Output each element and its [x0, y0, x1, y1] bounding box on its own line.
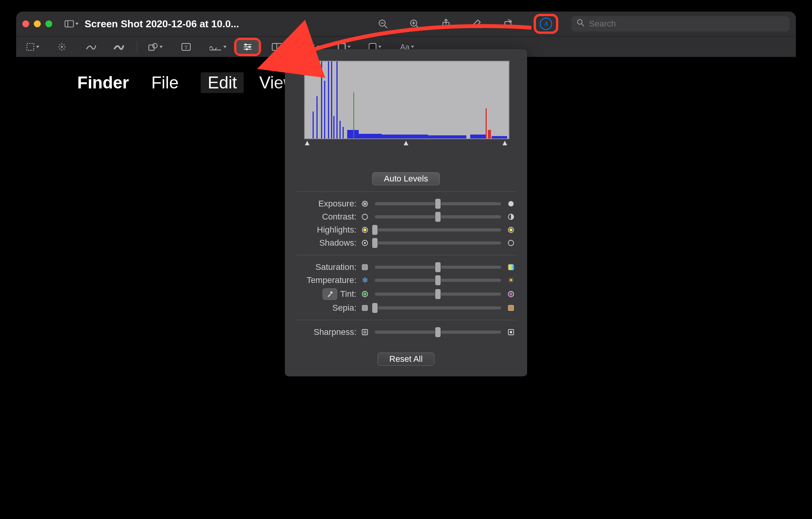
snowflake-icon: ✼ [360, 276, 369, 285]
exposure-label: Exposure: [285, 199, 356, 209]
svg-line-22 [59, 48, 60, 50]
titlebar: Screen Shot 2020-12-06 at 10.0... [16, 12, 796, 37]
adjust-color-tool-highlight [234, 38, 261, 56]
panel-separator [296, 255, 516, 255]
svg-marker-45 [503, 141, 507, 145]
svg-point-26 [153, 43, 157, 48]
contrast-slider[interactable] [375, 215, 501, 218]
histogram [304, 61, 509, 139]
menu-file: File [151, 73, 178, 92]
histogram-handles [304, 140, 508, 146]
svg-line-14 [582, 24, 584, 26]
svg-line-21 [63, 48, 65, 50]
highlights-row: Highlights: [285, 223, 527, 236]
instant-alpha-tool[interactable] [51, 40, 73, 54]
adjust-color-tool[interactable] [236, 40, 259, 54]
sharpness-slider[interactable] [375, 331, 501, 334]
reset-all-button[interactable]: Reset All [378, 353, 435, 366]
signature-tool[interactable] [206, 40, 230, 54]
panel-separator [296, 191, 516, 192]
gray-swatch-icon [360, 263, 369, 272]
zoom-in-button[interactable] [408, 18, 421, 30]
green-dot-icon [360, 289, 369, 299]
sidebar-toggle-button[interactable] [65, 18, 78, 30]
search-field[interactable] [571, 16, 790, 32]
svg-point-24 [61, 46, 63, 48]
tint-slider[interactable] [375, 293, 501, 296]
markup-button-highlight [534, 14, 558, 34]
rotate-button[interactable] [502, 18, 516, 30]
saturation-label: Saturation: [285, 262, 356, 272]
sharpness-row: Sharpness: [285, 326, 527, 339]
yellow-dot-icon [506, 225, 516, 235]
highlighter-button[interactable] [471, 18, 484, 30]
svg-rect-0 [65, 21, 73, 27]
svg-point-63 [330, 291, 333, 294]
svg-line-3 [384, 25, 387, 28]
magenta-dot-icon [506, 289, 516, 299]
half-circle-icon [506, 212, 516, 221]
temperature-row: Temperature: ✼ ☀ [285, 274, 527, 287]
search-icon [577, 19, 584, 29]
sun-icon: ☀ [506, 276, 516, 285]
svg-point-67 [509, 293, 512, 296]
search-input[interactable] [588, 18, 784, 29]
svg-point-55 [363, 228, 366, 231]
histogram-handle-white[interactable] [502, 140, 508, 146]
histogram-section [285, 49, 527, 149]
titlebar-actions [376, 14, 558, 34]
menu-edit: Edit [201, 72, 244, 93]
exposure-slider[interactable] [375, 202, 501, 205]
menubar-app: Finder [77, 73, 129, 92]
sepia-slider[interactable] [375, 306, 501, 309]
exposure-row: Exposure: [285, 197, 527, 210]
highlights-label: Highlights: [285, 225, 356, 235]
temperature-slider[interactable] [375, 279, 501, 282]
gray-swatch-icon [360, 303, 369, 313]
aperture-open-icon [360, 199, 369, 208]
svg-point-65 [363, 293, 366, 296]
markup-toggle-button[interactable] [540, 18, 552, 30]
svg-text:T: T [185, 44, 188, 50]
selection-tool[interactable] [22, 40, 44, 54]
tint-label-wrap: Tint: [285, 288, 356, 300]
target-dot-icon [360, 238, 369, 248]
saturation-slider[interactable] [375, 266, 501, 269]
auto-levels-button[interactable]: Auto Levels [372, 172, 440, 185]
close-window-button[interactable] [22, 20, 29, 27]
tint-label: Tint: [340, 289, 356, 299]
svg-line-23 [63, 44, 65, 45]
svg-point-35 [246, 48, 248, 50]
highlights-slider[interactable] [375, 228, 501, 231]
sharp-square-icon [506, 328, 516, 337]
zoom-out-button[interactable] [376, 18, 390, 30]
shadows-slider[interactable] [375, 241, 501, 245]
svg-point-51 [508, 201, 514, 206]
text-tool[interactable]: T [175, 40, 197, 54]
sepia-row: Sepia: [285, 301, 527, 314]
histogram-handle-black[interactable] [304, 140, 310, 146]
circle-outline-icon [506, 238, 516, 248]
svg-point-59 [364, 242, 366, 244]
histogram-handle-mid[interactable] [403, 140, 409, 146]
close-panel-button[interactable]: ✕ [283, 48, 293, 58]
preview-window: Screen Shot 2020-12-06 at 10.0... [16, 12, 796, 507]
svg-rect-73 [510, 331, 512, 333]
svg-rect-61 [362, 264, 368, 270]
temperature-label: Temperature: [285, 275, 356, 285]
share-button[interactable] [439, 18, 453, 30]
svg-rect-15 [27, 43, 34, 50]
svg-point-52 [362, 214, 368, 220]
svg-rect-62 [508, 264, 514, 270]
window-title: Screen Shot 2020-12-06 at 10.0... [85, 18, 239, 30]
minimize-window-button[interactable] [34, 20, 41, 27]
yellow-dot-icon [360, 225, 369, 235]
eyedropper-button[interactable] [323, 288, 337, 300]
sketch-tool[interactable] [80, 40, 102, 54]
toolbar-separator [137, 41, 137, 53]
circle-outline-icon [360, 212, 369, 221]
draw-tool[interactable] [108, 40, 130, 54]
shadows-row: Shadows: [285, 236, 527, 250]
shapes-tool[interactable] [144, 40, 166, 54]
zoom-window-button[interactable] [45, 20, 52, 27]
